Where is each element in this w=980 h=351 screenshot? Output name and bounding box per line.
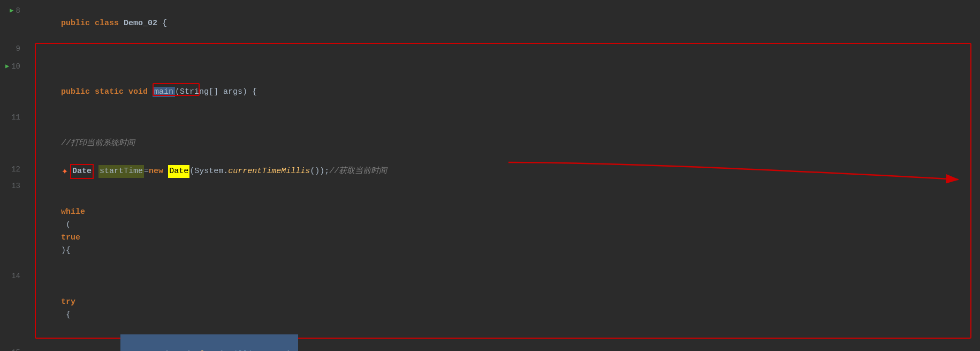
keyword-while: while — [61, 207, 85, 216]
line-number-14: 14 — [0, 270, 27, 282]
line-content-15: Thread.sleep( millis: 1000); — [27, 334, 980, 351]
line-number-8: ▶ 8 — [0, 5, 27, 17]
line-9: 9 — [0, 43, 980, 60]
keyword-try: try — [61, 297, 75, 307]
run-icon-8[interactable]: ▶ — [10, 6, 13, 16]
keyword-true: true — [61, 233, 80, 242]
line-content-13: while ( true ){ — [27, 180, 980, 270]
line-number-10: ▶ 10 — [0, 61, 27, 72]
classname: Demo_02 — [124, 19, 157, 28]
line-content-11: //打印当前系统时间 — [27, 111, 980, 163]
line-number-9: 9 — [0, 43, 27, 55]
line-10: ▶ 10 public static void main(String[] ar… — [0, 60, 980, 111]
keyword-public: public class — [61, 19, 124, 28]
line-number-15: 15 — [0, 347, 27, 351]
line-14: 14 try { — [0, 270, 980, 334]
line-15: 15 Thread.sleep( millis: 1000); — [0, 334, 980, 351]
code-editor: ▶ 8 public class Demo_02 { 9 ▶ 10 public… — [0, 0, 980, 351]
main-highlight: main — [153, 87, 175, 97]
thread-sleep-highlight: Thread.sleep( millis: 1000); — [120, 334, 298, 351]
run-icon-10[interactable]: ▶ — [5, 62, 9, 72]
line-number-12: 12 — [0, 163, 27, 175]
line-content-8: public class Demo_02 { — [27, 4, 980, 43]
date-yellow: Date — [168, 165, 189, 178]
line-content-10: public static void main(String[] args) { — [27, 60, 980, 111]
line-content-14: try { — [27, 270, 980, 334]
comment-11: //打印当前系统时间 — [61, 139, 135, 148]
bookmark-icon: ✦ — [62, 163, 68, 180]
line-number-13: 13 — [0, 180, 27, 192]
line-12: 12 ✦ Date startTime = new Date (System. … — [0, 163, 980, 180]
starttime-var: startTime — [98, 165, 144, 178]
date-box: Date — [70, 164, 94, 179]
method-currenttimemillis: currentTimeMillis — [228, 165, 310, 178]
line-13: 13 while ( true ){ — [0, 180, 980, 270]
line-number-11: 11 — [0, 111, 27, 123]
line-11: 11 //打印当前系统时间 — [0, 111, 980, 163]
line-content-12: ✦ Date startTime = new Date (System. cur… — [27, 163, 980, 180]
line-8: ▶ 8 public class Demo_02 { — [0, 4, 980, 43]
keyword-public-static: public static void — [61, 87, 153, 96]
